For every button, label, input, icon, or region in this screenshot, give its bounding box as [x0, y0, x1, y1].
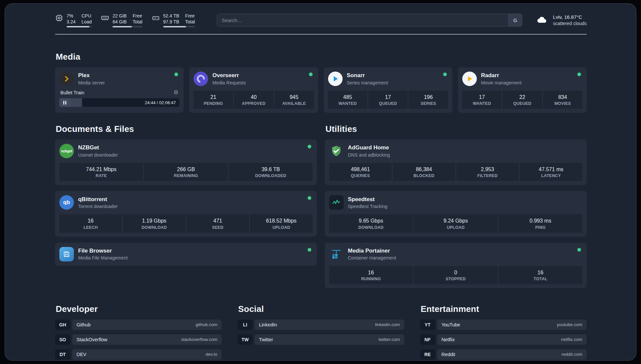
service-name: NZBGet: [78, 144, 118, 151]
service-name: Radarr: [481, 72, 522, 79]
bookmark-abbr: YT: [420, 319, 435, 330]
bookmark-linkedin[interactable]: LI LinkedIn linkedin.com: [237, 319, 404, 330]
cpu-bar: [67, 26, 92, 27]
service-card-nzbget[interactable]: nzbget NZBGet Usenet downloader 744.21 M…: [55, 139, 317, 185]
status-dot: [443, 73, 447, 76]
service-subtitle: Media File Management: [78, 255, 128, 260]
service-name: qBittorrent: [78, 196, 118, 203]
stat-tile: 16 RUNNING: [329, 266, 413, 284]
service-card-filebrowser[interactable]: File Browser Media File Management: [55, 243, 317, 266]
bookmark-netflix[interactable]: NF Netflix netflix.com: [420, 334, 587, 345]
service-card-sonarr[interactable]: Sonarr Series management 485 WANTED 17 Q…: [324, 67, 452, 113]
disk-monitor: 52.4 TB 97.9 TB Free Total: [152, 13, 195, 27]
playback-time: 24:44 / 02:06:47: [145, 100, 176, 105]
bookmark-abbr: NF: [420, 334, 435, 345]
service-subtitle: Movie management: [481, 80, 522, 85]
dashboard-frame: 7% 3.24 CPU Load: [5, 3, 636, 361]
weather-widget: Lviv, 16.87°C scattered clouds: [535, 14, 587, 26]
service-name: Overseerr: [212, 72, 246, 79]
social-section-title: Social: [238, 304, 404, 314]
service-subtitle: Speedtest Tracking: [348, 204, 387, 209]
bookmark-group-social: Social LI LinkedIn linkedin.com TW Twitt…: [237, 304, 404, 361]
stat-tile: 21 PENDING: [194, 91, 233, 109]
stat-tile: 17 QUEUED: [368, 91, 408, 109]
media-section-title: Media: [56, 52, 587, 62]
bookmark-name: YouTube: [442, 322, 460, 327]
service-card-plex[interactable]: Plex Media server Bullet Train ⚙ 24:44 /…: [55, 67, 184, 113]
service-card-portainer[interactable]: Media Portainer Container management 16 …: [325, 243, 587, 288]
status-dot: [577, 248, 581, 252]
top-bar: 7% 3.24 CPU Load: [55, 12, 587, 28]
stat-tile: 22 QUEUED: [503, 91, 542, 109]
ram-icon: [101, 14, 109, 22]
portainer-icon: [329, 247, 344, 261]
nzbget-icon: nzbget: [59, 144, 74, 158]
service-card-adguard[interactable]: AdGuard Home DNS and adblocking 498,461 …: [325, 139, 587, 185]
bookmark-name: Reddit: [442, 352, 455, 357]
stat-tile: 498,461 QUERIES: [329, 163, 392, 181]
topbar-divider: [55, 34, 587, 35]
disk-bar: [163, 26, 195, 27]
stat-tile: 471 SEED: [187, 214, 249, 232]
bookmark-stackoverflow[interactable]: SO StackOverflow stackoverflow.com: [55, 334, 222, 345]
disk-icon: [152, 14, 160, 22]
documents-section-title: Documents & Files: [56, 124, 317, 134]
gear-icon[interactable]: ⚙: [173, 90, 178, 95]
service-name: Speedtest: [348, 196, 387, 203]
service-subtitle: Torrent downloader: [78, 204, 118, 209]
bookmark-name: StackOverflow: [76, 337, 107, 342]
section-documents: Documents & Files nzbget NZBGet Usenet d…: [55, 124, 317, 288]
developer-section-title: Developer: [56, 304, 222, 314]
stat-tile: 744.21 Mbps RATE: [59, 163, 143, 181]
pause-button[interactable]: [59, 98, 70, 107]
stat-tile: 834 MOVIES: [543, 91, 582, 109]
bookmark-dev[interactable]: DT DEV dev.to: [55, 349, 222, 360]
sonarr-icon: [328, 72, 343, 86]
stat-tile: 2,953 FILTERED: [456, 163, 519, 181]
service-card-speedtest[interactable]: Speedtest Speedtest Tracking 9.65 Gbps D…: [325, 191, 587, 236]
stat-tile: 485 WANTED: [328, 91, 367, 109]
status-dot: [309, 73, 313, 76]
stat-tile: 16 LEECH: [59, 214, 122, 232]
weather-location: Lviv, 16.87°C: [553, 14, 587, 20]
bookmark-abbr: RE: [420, 349, 435, 360]
disk-total-value: 97.9 TB: [163, 19, 179, 25]
ram-total-value: 64 GiB: [112, 19, 127, 25]
bookmark-reddit[interactable]: RE Reddit reddit.com: [420, 349, 587, 360]
service-card-overseerr[interactable]: Overseerr Media Requests 21 PENDING 40 A…: [189, 67, 318, 113]
entertainment-section-title: Entertainment: [421, 304, 587, 314]
bookmark-github[interactable]: GH Github github.com: [55, 319, 222, 330]
stat-tile: 0 STOPPED: [414, 266, 498, 284]
service-name: Sonarr: [347, 72, 388, 79]
service-card-qbittorrent[interactable]: qb qBittorrent Torrent downloader 16 LEE…: [55, 191, 317, 236]
service-card-radarr[interactable]: Radarr Movie management 17 WANTED 22 QUE…: [458, 67, 587, 113]
bookmark-name: DEV: [76, 352, 86, 357]
playback-progress-bar[interactable]: 24:44 / 02:06:47: [59, 98, 179, 107]
disk-total-label: Total: [185, 19, 195, 25]
stat-tile: 0.993 ms PING: [499, 214, 582, 232]
service-name: Plex: [78, 72, 105, 79]
bookmark-name: Twitter: [259, 337, 273, 342]
bookmark-name: LinkedIn: [259, 322, 277, 327]
service-name: AdGuard Home: [348, 144, 390, 151]
status-dot: [308, 248, 311, 252]
service-subtitle: Series management: [347, 80, 388, 85]
service-name: Media Portainer: [348, 248, 396, 254]
search-provider-button[interactable]: G: [508, 14, 522, 26]
stat-tile: 266 GB REMAINING: [144, 163, 228, 181]
search-input[interactable]: [217, 14, 508, 26]
search-bar[interactable]: G: [217, 14, 522, 27]
bookmark-youtube[interactable]: YT YouTube youtube.com: [420, 319, 587, 330]
bookmark-twitter[interactable]: TW Twitter twitter.com: [237, 334, 404, 345]
service-subtitle: Usenet downloader: [78, 152, 118, 158]
service-subtitle: Container management: [348, 255, 396, 260]
bookmark-url: reddit.com: [562, 352, 582, 357]
bookmark-group-entertainment: Entertainment YT YouTube youtube.com NF …: [420, 304, 587, 361]
bookmark-url: youtube.com: [557, 322, 582, 327]
ram-total-label: Total: [133, 19, 142, 25]
bookmark-url: netflix.com: [561, 337, 582, 342]
overseerr-icon: [194, 72, 208, 86]
stat-tile: 40 APPROVED: [234, 91, 273, 109]
stat-tile: 17 WANTED: [462, 91, 502, 109]
service-subtitle: Media Requests: [212, 80, 246, 85]
